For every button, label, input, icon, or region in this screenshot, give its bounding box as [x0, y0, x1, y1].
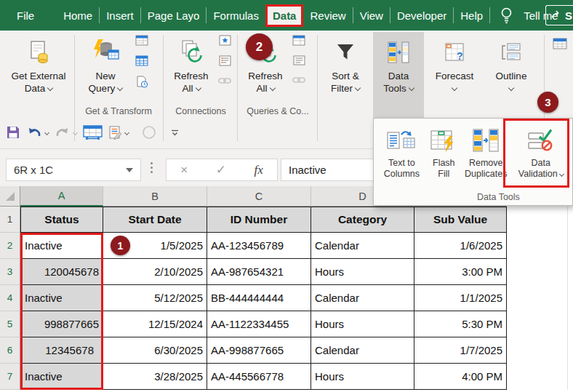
cell-c1[interactable]: ID Number	[207, 207, 311, 233]
group-label-queries: Queries & Co...	[240, 106, 316, 116]
get-external-data-icon	[26, 37, 51, 68]
cell-d2[interactable]: Calendar	[311, 233, 414, 259]
tab-help[interactable]: Help	[454, 6, 489, 25]
select-all-corner[interactable]	[0, 186, 20, 207]
forecast-button[interactable]: ? Forecast	[429, 32, 480, 116]
data-validation-button[interactable]: Data Validation	[511, 124, 571, 180]
cell-b5[interactable]: 12/15/2024	[103, 311, 207, 337]
edit-links-icon[interactable]	[292, 75, 305, 88]
cancel-icon[interactable]: ×	[180, 163, 188, 177]
properties-icon[interactable]	[219, 35, 231, 49]
save-button[interactable]	[6, 125, 20, 140]
outline-button[interactable]: Outline	[486, 32, 537, 116]
properties-icon[interactable]	[293, 55, 305, 68]
cell-d1[interactable]: Category	[311, 207, 414, 233]
refresh-all-connections-button[interactable]: Refresh All	[167, 32, 215, 116]
cell-a6[interactable]: 12345678	[20, 337, 103, 364]
data-tools-button[interactable]: Data Tools	[373, 32, 424, 119]
cell-c6[interactable]: AA-998877665	[207, 337, 311, 364]
cell-a1[interactable]: Status	[20, 207, 103, 233]
cell-d4[interactable]: Calendar	[311, 285, 414, 311]
tab-view[interactable]: View	[353, 6, 390, 25]
partial-ribbon-icon	[553, 38, 567, 52]
forecast-label: Forecast	[436, 70, 474, 95]
tab-developer[interactable]: Developer	[390, 6, 453, 25]
column-header-b[interactable]: B	[103, 186, 207, 207]
cell-e1[interactable]: Sub Value	[414, 207, 507, 233]
qat-customize-button[interactable]	[171, 129, 179, 137]
row-header-3[interactable]: 3	[0, 259, 20, 285]
worksheet-grid: A B C D E 1 Status Start Date ID Number …	[0, 186, 507, 390]
from-table-icon[interactable]	[135, 55, 148, 69]
cell-a2[interactable]: Inactive	[20, 233, 103, 259]
cell-a5[interactable]: 998877665	[20, 311, 103, 337]
workbook-connections-icon[interactable]	[219, 55, 231, 69]
insert-function-icon[interactable]: fx	[254, 163, 263, 177]
circle-placeholder-button[interactable]	[142, 125, 156, 140]
row-header-5[interactable]: 5	[0, 311, 20, 337]
cell-e2[interactable]: 1/6/2025	[414, 233, 507, 259]
cell-e7[interactable]: 4:00 PM	[414, 364, 507, 390]
redo-button[interactable]	[55, 126, 77, 139]
name-box[interactable]: 6R x 1C	[6, 159, 141, 181]
cell-c4[interactable]: BB-444444444	[207, 285, 311, 311]
column-header-a[interactable]: A	[20, 186, 103, 207]
cell-e4[interactable]: 1/1/2025	[414, 285, 507, 311]
sort-filter-button[interactable]: Sort & Filter	[321, 32, 369, 116]
formula-bar-resize-handle[interactable]	[151, 162, 153, 173]
edit-links-icon[interactable]	[218, 76, 231, 89]
form-button[interactable]	[108, 125, 129, 140]
cell-d5[interactable]: Hours	[311, 311, 414, 337]
share-button[interactable]: S	[545, 5, 573, 25]
name-box-dropdown-icon[interactable]	[126, 168, 133, 172]
lightbulb-icon	[500, 7, 513, 24]
cell-c2[interactable]: AA-123456789	[207, 233, 311, 259]
cell-b1[interactable]: Start Date	[103, 207, 207, 233]
cell-d7[interactable]: Hours	[311, 364, 414, 390]
text-to-columns-icon	[387, 126, 416, 155]
cell-e5[interactable]: 5:30 PM	[414, 311, 507, 337]
enter-icon[interactable]: ✓	[216, 162, 226, 177]
column-width-button[interactable]	[83, 125, 103, 140]
flash-fill-icon	[430, 126, 457, 155]
chevron-down-icon	[195, 85, 201, 91]
row-header-1[interactable]: 1	[0, 207, 20, 233]
undo-button[interactable]	[26, 126, 49, 139]
tab-formulas[interactable]: Formulas	[207, 6, 265, 25]
flash-fill-button[interactable]: FlashFill	[427, 124, 461, 180]
cell-e6[interactable]: 1/7/2025	[414, 337, 507, 364]
cell-b6[interactable]: 6/30/2025	[103, 337, 207, 364]
cell-a7[interactable]: Inactive	[20, 364, 103, 390]
cell-c3[interactable]: AA-987654321	[207, 259, 311, 285]
remove-duplicates-button[interactable]: RemoveDuplicates	[462, 124, 510, 180]
cell-d3[interactable]: Hours	[311, 259, 414, 285]
cell-b4[interactable]: 5/12/2025	[103, 285, 207, 311]
column-header-c[interactable]: C	[207, 186, 311, 207]
row-header-6[interactable]: 6	[0, 337, 20, 364]
chevron-down-icon	[124, 129, 129, 135]
new-query-button[interactable]: New Query	[79, 32, 132, 116]
cell-b3[interactable]: 2/10/2025	[103, 259, 207, 285]
cell-c5[interactable]: AA-1122334455	[207, 311, 311, 337]
cell-d6[interactable]: Calendar	[311, 337, 414, 364]
tab-page-layout[interactable]: Page Layo	[141, 6, 207, 25]
show-queries-icon[interactable]	[135, 35, 148, 49]
row-header-7[interactable]: 7	[0, 364, 20, 390]
get-external-data-button[interactable]: Get External Data	[4, 32, 73, 116]
cell-a3[interactable]: 120045678	[20, 259, 103, 285]
tab-review[interactable]: Review	[303, 6, 352, 25]
tab-home[interactable]: Home	[57, 6, 99, 25]
get-external-data-label: Get External Data	[11, 70, 65, 95]
row-header-2[interactable]: 2	[0, 233, 20, 259]
cell-b7[interactable]: 3/28/2025	[103, 364, 207, 390]
tab-file[interactable]: File	[10, 6, 41, 25]
text-to-columns-button[interactable]: Text toColumns	[378, 124, 425, 180]
tab-insert[interactable]: Insert	[100, 6, 140, 25]
queries-connections-icon[interactable]	[292, 35, 305, 49]
cell-c7[interactable]: AA-445566778	[207, 364, 311, 390]
tab-data[interactable]: Data	[265, 4, 304, 27]
recent-sources-icon[interactable]	[135, 76, 148, 91]
row-header-4[interactable]: 4	[0, 285, 20, 311]
cell-e3[interactable]: 3:00 PM	[414, 259, 507, 285]
cell-a4[interactable]: Inactive	[20, 285, 103, 311]
